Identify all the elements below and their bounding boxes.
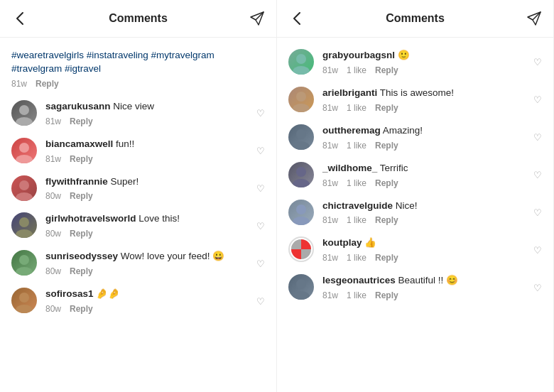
right-comments-panel: Comments grabyourbagsnl 🙂 81w 1 like Rep… [277, 0, 554, 392]
like-button[interactable]: ♡ [256, 183, 265, 194]
comment-likes: 1 like [347, 141, 366, 151]
comment-body: arielbriganti This is awesome! 81w 1 lik… [322, 87, 542, 113]
like-button[interactable]: ♡ [533, 94, 542, 105]
list-item: arielbriganti This is awesome! 81w 1 lik… [277, 81, 553, 119]
svg-point-7 [16, 229, 33, 238]
reply-button[interactable]: Reply [375, 141, 398, 151]
comment-body: sagarukusann Nice view 81w Reply [45, 100, 265, 126]
list-item: biancamaxwell fun!! 81w Reply ♡ [0, 132, 276, 170]
reply-button[interactable]: Reply [70, 304, 93, 314]
like-button[interactable]: ♡ [256, 146, 265, 156]
like-button[interactable]: ♡ [533, 170, 542, 180]
left-comments-panel: Comments #wearetravelgirls #instatraveli… [0, 0, 277, 392]
reply-button[interactable]: Reply [375, 290, 398, 300]
avatar [11, 175, 37, 201]
comment-meta: 81w 1 like Reply [322, 215, 542, 225]
direct-send-button[interactable] [248, 10, 265, 27]
back-button[interactable] [11, 10, 28, 27]
like-button[interactable]: ♡ [533, 282, 542, 293]
svg-point-14 [296, 92, 306, 102]
list-item: sunriseodyssey Wow! love your feed! 😀 80… [0, 244, 276, 282]
reply-button[interactable]: Reply [375, 215, 398, 225]
left-comments-list: #wearetravelgirls #instatraveling #mytra… [0, 38, 276, 392]
comment-body: girlwhotravelsworld Love this! 80w Reply [45, 212, 265, 239]
reply-button[interactable]: Reply [375, 65, 398, 75]
list-item: flywithfrannie Super! 80w Reply ♡ [0, 170, 276, 207]
reply-button[interactable]: Reply [375, 103, 398, 113]
list-item: sagarukusann Nice view 81w Reply ♡ [0, 94, 276, 132]
list-item: outtheremag Amazing! 81w 1 like Reply ♡ [277, 119, 553, 156]
comment-likes: 1 like [347, 253, 366, 263]
comment-meta: 81w Reply [45, 116, 265, 126]
comment-body: koutplay 👍 81w 1 like Reply [322, 236, 542, 263]
comment-text: lesgeonautrices Beautiful !! 😊 [322, 274, 542, 288]
avatar [288, 87, 314, 112]
right-header: Comments [277, 0, 553, 38]
reply-button[interactable]: Reply [70, 266, 93, 276]
comment-time: 81w [45, 154, 61, 164]
list-item: #wearetravelgirls #instatraveling #mytra… [0, 43, 276, 94]
comment-meta: 80w Reply [45, 266, 265, 276]
comment-text: arielbriganti This is awesome! [322, 87, 542, 100]
list-item: lesgeonautrices Beautiful !! 😊 81w 1 lik… [277, 268, 553, 306]
like-button[interactable]: ♡ [256, 295, 265, 306]
comment-text: #wearetravelgirls #instatraveling #mytra… [11, 49, 265, 76]
comment-likes: 1 like [347, 103, 366, 113]
comment-meta: 80w Reply [45, 191, 265, 201]
like-button[interactable]: ♡ [533, 57, 542, 67]
like-button[interactable]: ♡ [533, 207, 542, 218]
list-item: koutplay 👍 81w 1 like Reply ♡ [277, 231, 553, 268]
reply-button[interactable]: Reply [375, 178, 398, 188]
comment-text: flywithfrannie Super! [45, 175, 265, 189]
comment-time: 81w [322, 253, 338, 263]
comment-text: biancamaxwell fun!! [45, 138, 265, 151]
svg-point-1 [16, 117, 33, 126]
reply-button[interactable]: Reply [70, 229, 93, 239]
like-button[interactable]: ♡ [256, 108, 265, 119]
back-button[interactable] [288, 10, 305, 27]
comment-time: 81w [322, 103, 338, 113]
comment-body: chictravelguide Nice! 81w 1 like Reply [322, 200, 542, 226]
comment-text: koutplay 👍 [322, 236, 542, 250]
comment-time: 81w [322, 290, 338, 300]
comment-likes: 1 like [347, 290, 366, 300]
reply-button[interactable]: Reply [70, 116, 93, 126]
svg-point-19 [293, 179, 310, 187]
comment-text: _wildhome_ Terrific [322, 162, 542, 175]
avatar [11, 288, 37, 313]
svg-point-11 [16, 305, 33, 313]
comment-body: sunriseodyssey Wow! love your feed! 😀 80… [45, 250, 265, 276]
svg-point-17 [293, 141, 310, 150]
like-button[interactable]: ♡ [533, 132, 542, 143]
svg-point-13 [293, 66, 310, 75]
comment-time: 81w [322, 141, 338, 151]
reply-button[interactable]: Reply [375, 253, 398, 263]
svg-point-21 [293, 217, 310, 225]
avatar [288, 236, 314, 262]
svg-point-6 [19, 217, 29, 227]
comment-time: 80w [45, 304, 61, 314]
comment-text: sagarukusann Nice view [45, 100, 265, 114]
direct-send-button[interactable] [525, 10, 542, 27]
like-button[interactable]: ♡ [533, 244, 542, 255]
comment-time: 80w [45, 191, 61, 201]
svg-point-8 [19, 255, 29, 265]
reply-button[interactable]: Reply [70, 154, 93, 164]
list-item: sofirosas1 🤌🤌 80w Reply ♡ [0, 282, 276, 320]
avatar [11, 250, 37, 276]
like-button[interactable]: ♡ [256, 220, 265, 231]
svg-point-0 [19, 105, 29, 115]
svg-point-10 [19, 293, 29, 303]
avatar [288, 124, 314, 150]
comment-meta: 81w 1 like Reply [322, 253, 542, 263]
left-header: Comments [0, 0, 276, 38]
avatar [288, 49, 314, 75]
comment-text: sofirosas1 🤌🤌 [45, 288, 265, 301]
svg-point-3 [16, 155, 33, 163]
comment-time: 80w [45, 229, 61, 239]
list-item: chictravelguide Nice! 81w 1 like Reply ♡ [277, 194, 553, 232]
reply-button[interactable]: Reply [70, 191, 93, 201]
avatar [288, 162, 314, 187]
like-button[interactable]: ♡ [256, 258, 265, 268]
reply-button[interactable]: Reply [36, 79, 59, 89]
